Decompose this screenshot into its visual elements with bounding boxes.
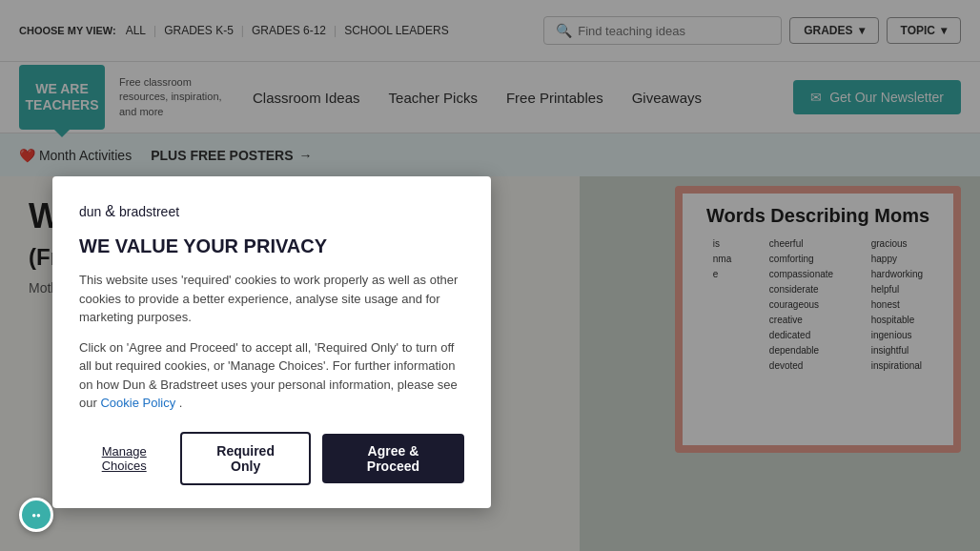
privacy-title: WE VALUE YOUR PRIVACY [79, 235, 464, 257]
tooltip-circle[interactable]: ●● [19, 498, 53, 532]
privacy-text-2: Click on 'Agree and Proceed' to accept a… [79, 338, 464, 413]
agree-proceed-button[interactable]: Agree & Proceed [322, 434, 464, 483]
privacy-overlay-wrapper: dun & bradstreet WE VALUE YOUR PRIVACY T… [0, 0, 980, 551]
dnb-logo: dun & bradstreet [79, 203, 464, 220]
cookie-policy-link[interactable]: Cookie Policy [100, 396, 175, 410]
required-only-button[interactable]: Required Only [180, 432, 311, 485]
privacy-text-1: This website uses 'required' cookies to … [79, 271, 464, 327]
dnb-bradstreet: bradstreet [119, 204, 179, 219]
dnb-ampersand: & [105, 203, 115, 220]
dnb-logo-text: dun [79, 204, 101, 219]
privacy-modal: dun & bradstreet WE VALUE YOUR PRIVACY T… [52, 176, 491, 508]
tooltip-icon: ●● [31, 511, 41, 520]
manage-choices-button[interactable]: Manage Choices [79, 444, 169, 473]
privacy-buttons: Manage Choices Required Only Agree & Pro… [79, 432, 464, 485]
